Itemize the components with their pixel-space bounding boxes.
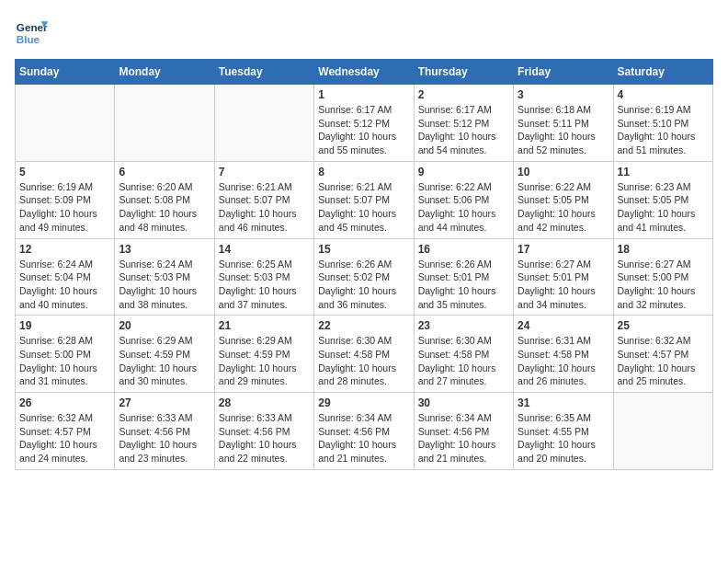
day-number: 6 (119, 166, 210, 178)
day-info: Sunrise: 6:26 AM Sunset: 5:01 PM Dayligh… (418, 258, 509, 312)
day-info: Sunrise: 6:28 AM Sunset: 5:00 PM Dayligh… (19, 334, 110, 388)
day-info: Sunrise: 6:29 AM Sunset: 4:59 PM Dayligh… (219, 334, 310, 388)
day-info: Sunrise: 6:32 AM Sunset: 4:57 PM Dayligh… (618, 334, 709, 388)
day-info: Sunrise: 6:29 AM Sunset: 4:59 PM Dayligh… (119, 334, 210, 388)
calendar-cell: 24Sunrise: 6:31 AM Sunset: 4:58 PM Dayli… (514, 316, 613, 393)
calendar-cell: 22Sunrise: 6:30 AM Sunset: 4:58 PM Dayli… (314, 316, 414, 393)
calendar-cell (115, 85, 214, 162)
day-number: 30 (418, 396, 509, 409)
calendar-cell: 15Sunrise: 6:26 AM Sunset: 5:02 PM Dayli… (314, 238, 414, 316)
calendar-cell: 25Sunrise: 6:32 AM Sunset: 4:57 PM Dayli… (613, 316, 712, 393)
day-info: Sunrise: 6:22 AM Sunset: 5:06 PM Dayligh… (418, 180, 509, 235)
day-number: 21 (219, 319, 310, 332)
calendar-cell: 29Sunrise: 6:34 AM Sunset: 4:56 PM Dayli… (314, 393, 414, 470)
calendar-cell: 10Sunrise: 6:22 AM Sunset: 5:05 PM Dayli… (514, 161, 613, 238)
day-number: 2 (418, 88, 509, 101)
calendar-week-row: 5Sunrise: 6:19 AM Sunset: 5:09 PM Daylig… (16, 161, 713, 238)
calendar-cell: 4Sunrise: 6:19 AM Sunset: 5:10 PM Daylig… (613, 85, 712, 162)
day-number: 10 (518, 166, 609, 178)
day-number: 7 (219, 166, 310, 178)
day-number: 24 (518, 319, 609, 332)
day-number: 4 (618, 88, 709, 101)
day-number: 18 (618, 243, 709, 256)
calendar-cell: 21Sunrise: 6:29 AM Sunset: 4:59 PM Dayli… (214, 316, 313, 393)
column-header-saturday: Saturday (613, 60, 712, 85)
calendar-cell: 28Sunrise: 6:33 AM Sunset: 4:56 PM Dayli… (214, 393, 313, 470)
day-number: 23 (418, 319, 509, 332)
day-info: Sunrise: 6:27 AM Sunset: 5:00 PM Dayligh… (618, 258, 709, 312)
svg-text:Blue: Blue (17, 33, 40, 45)
day-number: 1 (318, 88, 409, 101)
calendar-cell: 27Sunrise: 6:33 AM Sunset: 4:56 PM Dayli… (115, 393, 214, 470)
calendar-cell: 12Sunrise: 6:24 AM Sunset: 5:04 PM Dayli… (16, 238, 115, 316)
day-info: Sunrise: 6:20 AM Sunset: 5:08 PM Dayligh… (119, 180, 210, 235)
day-number: 20 (119, 319, 210, 332)
day-info: Sunrise: 6:24 AM Sunset: 5:04 PM Dayligh… (19, 258, 110, 312)
day-info: Sunrise: 6:26 AM Sunset: 5:02 PM Dayligh… (318, 258, 409, 312)
day-number: 29 (318, 396, 409, 409)
day-number: 14 (219, 243, 310, 256)
day-info: Sunrise: 6:17 AM Sunset: 5:12 PM Dayligh… (418, 103, 509, 157)
calendar-week-row: 12Sunrise: 6:24 AM Sunset: 5:04 PM Dayli… (16, 238, 713, 316)
calendar-cell: 5Sunrise: 6:19 AM Sunset: 5:09 PM Daylig… (16, 161, 115, 238)
calendar-cell: 9Sunrise: 6:22 AM Sunset: 5:06 PM Daylig… (414, 161, 513, 238)
day-number: 15 (318, 243, 409, 256)
day-number: 17 (518, 243, 609, 256)
calendar-cell: 18Sunrise: 6:27 AM Sunset: 5:00 PM Dayli… (613, 238, 712, 316)
day-info: Sunrise: 6:33 AM Sunset: 4:56 PM Dayligh… (219, 411, 310, 465)
logo: General Blue (15, 15, 48, 48)
column-header-wednesday: Wednesday (314, 60, 414, 85)
calendar-cell: 7Sunrise: 6:21 AM Sunset: 5:07 PM Daylig… (214, 161, 313, 238)
day-number: 25 (618, 319, 709, 332)
calendar-cell: 26Sunrise: 6:32 AM Sunset: 4:57 PM Dayli… (16, 393, 115, 470)
calendar-cell: 13Sunrise: 6:24 AM Sunset: 5:03 PM Dayli… (115, 238, 214, 316)
column-header-tuesday: Tuesday (214, 60, 313, 85)
column-header-thursday: Thursday (414, 60, 513, 85)
calendar-cell: 16Sunrise: 6:26 AM Sunset: 5:01 PM Dayli… (414, 238, 513, 316)
day-info: Sunrise: 6:31 AM Sunset: 4:58 PM Dayligh… (518, 334, 609, 388)
day-number: 5 (19, 166, 110, 178)
day-number: 11 (618, 166, 709, 178)
calendar-cell: 2Sunrise: 6:17 AM Sunset: 5:12 PM Daylig… (414, 85, 513, 162)
column-header-sunday: Sunday (16, 60, 115, 85)
day-number: 9 (418, 166, 509, 178)
day-info: Sunrise: 6:23 AM Sunset: 5:05 PM Dayligh… (618, 180, 709, 235)
day-info: Sunrise: 6:30 AM Sunset: 4:58 PM Dayligh… (418, 334, 509, 388)
column-header-friday: Friday (514, 60, 613, 85)
day-info: Sunrise: 6:33 AM Sunset: 4:56 PM Dayligh… (119, 411, 210, 465)
day-number: 22 (318, 319, 409, 332)
calendar-cell: 11Sunrise: 6:23 AM Sunset: 5:05 PM Dayli… (613, 161, 712, 238)
day-number: 16 (418, 243, 509, 256)
day-number: 8 (318, 166, 409, 178)
calendar-cell: 23Sunrise: 6:30 AM Sunset: 4:58 PM Dayli… (414, 316, 513, 393)
day-info: Sunrise: 6:24 AM Sunset: 5:03 PM Dayligh… (119, 258, 210, 312)
day-info: Sunrise: 6:27 AM Sunset: 5:01 PM Dayligh… (518, 258, 609, 312)
day-number: 12 (19, 243, 110, 256)
column-header-monday: Monday (115, 60, 214, 85)
calendar-cell (613, 393, 712, 470)
day-number: 3 (518, 88, 609, 101)
calendar-cell: 14Sunrise: 6:25 AM Sunset: 5:03 PM Dayli… (214, 238, 313, 316)
calendar-week-row: 26Sunrise: 6:32 AM Sunset: 4:57 PM Dayli… (16, 393, 713, 470)
calendar-cell: 17Sunrise: 6:27 AM Sunset: 5:01 PM Dayli… (514, 238, 613, 316)
day-number: 27 (119, 396, 210, 409)
day-info: Sunrise: 6:34 AM Sunset: 4:56 PM Dayligh… (318, 411, 409, 465)
calendar-cell: 1Sunrise: 6:17 AM Sunset: 5:12 PM Daylig… (314, 85, 414, 162)
calendar-cell: 19Sunrise: 6:28 AM Sunset: 5:00 PM Dayli… (16, 316, 115, 393)
day-info: Sunrise: 6:21 AM Sunset: 5:07 PM Dayligh… (318, 180, 409, 235)
day-info: Sunrise: 6:35 AM Sunset: 4:55 PM Dayligh… (518, 411, 609, 465)
day-info: Sunrise: 6:19 AM Sunset: 5:09 PM Dayligh… (19, 180, 110, 235)
day-number: 31 (518, 396, 609, 409)
calendar-week-row: 19Sunrise: 6:28 AM Sunset: 5:00 PM Dayli… (16, 316, 713, 393)
calendar-cell: 20Sunrise: 6:29 AM Sunset: 4:59 PM Dayli… (115, 316, 214, 393)
day-info: Sunrise: 6:18 AM Sunset: 5:11 PM Dayligh… (518, 103, 609, 157)
day-info: Sunrise: 6:25 AM Sunset: 5:03 PM Dayligh… (219, 258, 310, 312)
day-info: Sunrise: 6:22 AM Sunset: 5:05 PM Dayligh… (518, 180, 609, 235)
calendar-cell: 31Sunrise: 6:35 AM Sunset: 4:55 PM Dayli… (514, 393, 613, 470)
day-info: Sunrise: 6:19 AM Sunset: 5:10 PM Dayligh… (618, 103, 709, 157)
day-number: 26 (19, 396, 110, 409)
calendar-cell: 6Sunrise: 6:20 AM Sunset: 5:08 PM Daylig… (115, 161, 214, 238)
day-info: Sunrise: 6:21 AM Sunset: 5:07 PM Dayligh… (219, 180, 310, 235)
calendar-table: SundayMondayTuesdayWednesdayThursdayFrid… (15, 59, 713, 470)
day-info: Sunrise: 6:34 AM Sunset: 4:56 PM Dayligh… (418, 411, 509, 465)
